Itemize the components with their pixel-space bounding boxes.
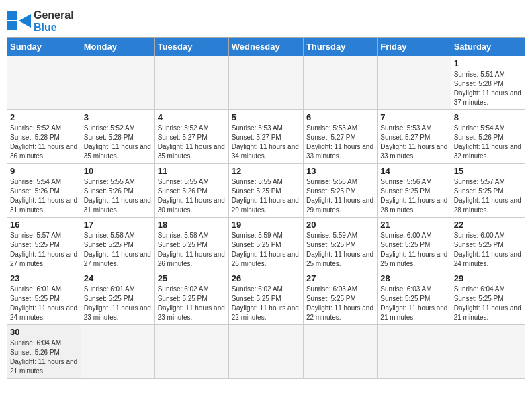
day-number: 21 [380, 220, 447, 230]
day-number: 24 [84, 273, 152, 283]
day-info: Sunrise: 5:55 AM Sunset: 5:25 PM Dayligh… [232, 177, 300, 215]
day-info: Sunrise: 6:04 AM Sunset: 5:25 PM Dayligh… [454, 285, 522, 322]
day-info: Sunrise: 5:52 AM Sunset: 5:27 PM Dayligh… [158, 124, 226, 161]
svg-marker-2 [19, 14, 31, 28]
calendar-cell: 8Sunrise: 5:54 AM Sunset: 5:26 PM Daylig… [451, 110, 525, 164]
calendar-week-row: 9Sunrise: 5:54 AM Sunset: 5:26 PM Daylig… [7, 164, 525, 218]
day-number: 30 [10, 327, 78, 337]
day-info: Sunrise: 6:02 AM Sunset: 5:25 PM Dayligh… [158, 285, 226, 322]
calendar-cell [303, 56, 377, 110]
weekday-header-thursday: Thursday [303, 38, 377, 56]
day-info: Sunrise: 5:51 AM Sunset: 5:28 PM Dayligh… [454, 70, 522, 107]
day-info: Sunrise: 5:58 AM Sunset: 5:25 PM Dayligh… [158, 231, 226, 269]
weekday-header-monday: Monday [81, 38, 154, 56]
calendar-cell: 27Sunrise: 6:03 AM Sunset: 5:25 PM Dayli… [303, 271, 377, 325]
calendar-cell [7, 56, 81, 110]
day-number: 20 [306, 220, 374, 230]
svg-rect-0 [7, 11, 17, 20]
calendar-cell [81, 56, 154, 110]
day-number: 25 [158, 273, 226, 283]
calendar-cell: 26Sunrise: 6:02 AM Sunset: 5:25 PM Dayli… [228, 271, 303, 325]
day-number: 1 [454, 58, 522, 68]
calendar-cell: 20Sunrise: 5:59 AM Sunset: 5:25 PM Dayli… [303, 218, 377, 271]
day-number: 2 [10, 112, 78, 122]
day-info: Sunrise: 5:54 AM Sunset: 5:26 PM Dayligh… [10, 177, 78, 215]
calendar-cell [228, 56, 303, 110]
calendar-cell: 5Sunrise: 5:53 AM Sunset: 5:27 PM Daylig… [228, 110, 303, 164]
day-number: 14 [380, 166, 447, 176]
logo-icon [7, 11, 31, 32]
logo-text: General Blue [34, 9, 74, 33]
day-info: Sunrise: 6:00 AM Sunset: 5:25 PM Dayligh… [454, 231, 522, 269]
calendar-table: SundayMondayTuesdayWednesdayThursdayFrid… [7, 37, 525, 379]
day-number: 28 [380, 273, 447, 283]
day-number: 23 [10, 273, 78, 283]
calendar-cell: 30Sunrise: 6:04 AM Sunset: 5:26 PM Dayli… [7, 325, 81, 379]
calendar-cell: 21Sunrise: 6:00 AM Sunset: 5:25 PM Dayli… [378, 218, 451, 271]
calendar-cell: 3Sunrise: 5:52 AM Sunset: 5:28 PM Daylig… [81, 110, 154, 164]
day-info: Sunrise: 6:00 AM Sunset: 5:25 PM Dayligh… [380, 231, 447, 269]
calendar-cell: 10Sunrise: 5:55 AM Sunset: 5:26 PM Dayli… [81, 164, 154, 218]
day-number: 9 [10, 166, 78, 176]
day-info: Sunrise: 5:55 AM Sunset: 5:26 PM Dayligh… [84, 177, 152, 215]
day-number: 6 [306, 112, 374, 122]
calendar-cell: 29Sunrise: 6:04 AM Sunset: 5:25 PM Dayli… [451, 271, 525, 325]
day-number: 15 [454, 166, 522, 176]
day-info: Sunrise: 5:57 AM Sunset: 5:25 PM Dayligh… [10, 231, 78, 269]
day-info: Sunrise: 5:53 AM Sunset: 5:27 PM Dayligh… [306, 124, 374, 161]
calendar-cell: 28Sunrise: 6:03 AM Sunset: 5:25 PM Dayli… [378, 271, 451, 325]
weekday-header-wednesday: Wednesday [228, 38, 303, 56]
calendar-cell [81, 325, 154, 379]
calendar-cell [378, 56, 451, 110]
day-info: Sunrise: 6:01 AM Sunset: 5:25 PM Dayligh… [10, 285, 78, 322]
day-number: 17 [84, 220, 152, 230]
main-container: General Blue SundayMondayTuesdayWednesda… [0, 0, 532, 385]
day-number: 22 [454, 220, 522, 230]
day-number: 26 [232, 273, 300, 283]
day-number: 29 [454, 273, 522, 283]
day-info: Sunrise: 5:59 AM Sunset: 5:25 PM Dayligh… [306, 231, 374, 269]
calendar-week-row: 30Sunrise: 6:04 AM Sunset: 5:26 PM Dayli… [7, 325, 525, 379]
calendar-cell [303, 325, 377, 379]
calendar-cell [154, 325, 228, 379]
day-number: 16 [10, 220, 78, 230]
day-info: Sunrise: 5:55 AM Sunset: 5:26 PM Dayligh… [158, 177, 226, 215]
calendar-cell [378, 325, 451, 379]
day-info: Sunrise: 6:02 AM Sunset: 5:25 PM Dayligh… [232, 285, 300, 322]
day-number: 13 [306, 166, 374, 176]
day-info: Sunrise: 5:59 AM Sunset: 5:25 PM Dayligh… [232, 231, 300, 269]
calendar-cell: 2Sunrise: 5:52 AM Sunset: 5:28 PM Daylig… [7, 110, 81, 164]
calendar-cell: 9Sunrise: 5:54 AM Sunset: 5:26 PM Daylig… [7, 164, 81, 218]
calendar-week-row: 23Sunrise: 6:01 AM Sunset: 5:25 PM Dayli… [7, 271, 525, 325]
calendar-cell: 17Sunrise: 5:58 AM Sunset: 5:25 PM Dayli… [81, 218, 154, 271]
day-info: Sunrise: 5:53 AM Sunset: 5:27 PM Dayligh… [380, 124, 447, 161]
weekday-header-sunday: Sunday [7, 38, 81, 56]
header-row: General Blue [7, 7, 525, 33]
day-info: Sunrise: 5:56 AM Sunset: 5:25 PM Dayligh… [380, 177, 447, 215]
day-number: 12 [232, 166, 300, 176]
calendar-cell: 15Sunrise: 5:57 AM Sunset: 5:25 PM Dayli… [451, 164, 525, 218]
day-number: 10 [84, 166, 152, 176]
calendar-cell: 12Sunrise: 5:55 AM Sunset: 5:25 PM Dayli… [228, 164, 303, 218]
calendar-cell: 25Sunrise: 6:02 AM Sunset: 5:25 PM Dayli… [154, 271, 228, 325]
day-info: Sunrise: 5:57 AM Sunset: 5:25 PM Dayligh… [454, 177, 522, 215]
calendar-week-row: 2Sunrise: 5:52 AM Sunset: 5:28 PM Daylig… [7, 110, 525, 164]
day-info: Sunrise: 5:53 AM Sunset: 5:27 PM Dayligh… [232, 124, 300, 161]
calendar-cell: 14Sunrise: 5:56 AM Sunset: 5:25 PM Dayli… [378, 164, 451, 218]
svg-rect-1 [7, 21, 17, 30]
day-number: 8 [454, 112, 522, 122]
calendar-cell: 23Sunrise: 6:01 AM Sunset: 5:25 PM Dayli… [7, 271, 81, 325]
day-number: 3 [84, 112, 152, 122]
day-number: 5 [232, 112, 300, 122]
weekday-header-saturday: Saturday [451, 38, 525, 56]
calendar-cell: 4Sunrise: 5:52 AM Sunset: 5:27 PM Daylig… [154, 110, 228, 164]
calendar-cell [228, 325, 303, 379]
day-info: Sunrise: 5:56 AM Sunset: 5:25 PM Dayligh… [306, 177, 374, 215]
day-info: Sunrise: 5:54 AM Sunset: 5:26 PM Dayligh… [454, 124, 522, 161]
calendar-cell: 1Sunrise: 5:51 AM Sunset: 5:28 PM Daylig… [451, 56, 525, 110]
day-number: 4 [158, 112, 226, 122]
day-number: 11 [158, 166, 226, 176]
weekday-header-tuesday: Tuesday [154, 38, 228, 56]
weekday-header-friday: Friday [378, 38, 451, 56]
day-info: Sunrise: 6:03 AM Sunset: 5:25 PM Dayligh… [306, 285, 374, 322]
